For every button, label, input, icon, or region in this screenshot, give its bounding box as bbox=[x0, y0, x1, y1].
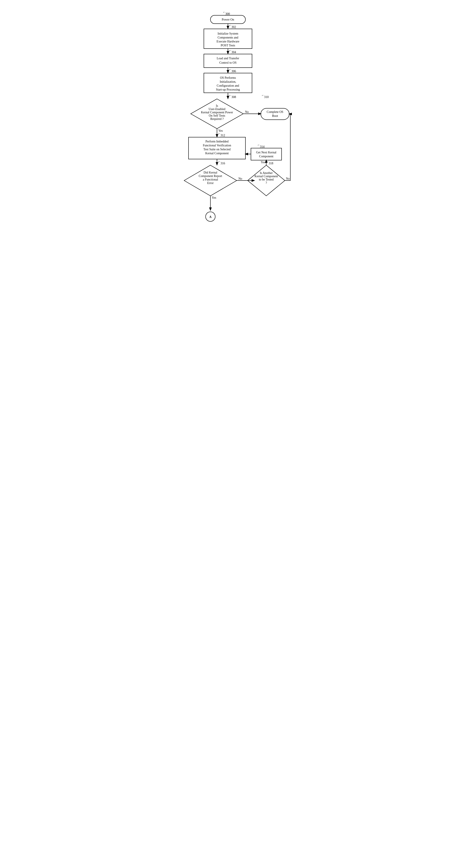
step318-line2: Kernal Component bbox=[255, 175, 278, 178]
arrow-318-no bbox=[285, 114, 290, 181]
svg-text:⌐: ⌐ bbox=[266, 160, 268, 163]
svg-text:⌐: ⌐ bbox=[229, 94, 231, 97]
step316-line3: a Functional bbox=[203, 178, 218, 181]
terminal-a-label: A bbox=[209, 215, 212, 219]
svg-text:⌐: ⌐ bbox=[229, 68, 231, 71]
svg-text:⌐: ⌐ bbox=[218, 132, 220, 135]
step308-line1: Is bbox=[216, 104, 218, 107]
step314-node bbox=[251, 148, 282, 160]
step306-line2: Initialization, bbox=[219, 80, 236, 83]
step316-line1: Did Kernal bbox=[204, 171, 217, 174]
svg-text:⌐: ⌐ bbox=[229, 24, 231, 27]
ref-302: 302 bbox=[231, 25, 236, 29]
step308-line3: Kernal Component Power bbox=[201, 111, 233, 114]
step304-node bbox=[204, 54, 252, 68]
flowchart-diagram: 300 ⌐ Power On 302 ⌐ Initialize System C… bbox=[175, 4, 294, 233]
svg-text:⌐: ⌐ bbox=[229, 49, 231, 52]
step318-line3: to be Tested bbox=[259, 178, 273, 181]
step316-line4: Error bbox=[207, 181, 214, 185]
step312-line1: Perform Imbedded bbox=[205, 140, 228, 143]
step302-line4: POST Tests bbox=[221, 44, 235, 47]
ref-306: 306 bbox=[231, 69, 236, 73]
ref-314: 314 bbox=[260, 145, 264, 148]
yes-label-318: Yes bbox=[261, 161, 265, 164]
step302-line2: Components and bbox=[217, 36, 238, 39]
step306-line3: Configuration and bbox=[217, 84, 239, 87]
ref-310: 310 bbox=[264, 95, 269, 99]
step310-line1: Complete OS bbox=[267, 110, 283, 114]
step306-line4: Start-up Processing bbox=[216, 88, 240, 91]
ref-304: 304 bbox=[231, 51, 236, 54]
step310-node bbox=[261, 108, 289, 120]
step302-line1: Initialize System bbox=[217, 32, 238, 35]
step316-line2: Component Report bbox=[199, 175, 222, 178]
step314-line2: Component bbox=[259, 155, 273, 158]
step312-line3: Test Suite on Selected bbox=[203, 148, 231, 151]
no-label-318: No bbox=[286, 177, 290, 180]
step304-line2: Control to OS bbox=[219, 61, 237, 64]
ref-316: 316 bbox=[221, 162, 225, 165]
ref-308: 308 bbox=[231, 95, 236, 99]
no-label-316: No bbox=[238, 177, 242, 180]
step308-line4: On Self Tests bbox=[209, 114, 225, 117]
ref-312: 312 bbox=[221, 134, 225, 137]
step304-line1: Load and Transfer bbox=[217, 57, 239, 60]
step318-line1: Is Another bbox=[260, 171, 273, 175]
step318-line4: ? bbox=[266, 181, 267, 184]
step308-line2: User-Enabled bbox=[209, 107, 226, 111]
svg-text:⌐: ⌐ bbox=[223, 10, 225, 14]
ref-318: 318 bbox=[269, 162, 273, 165]
no-label-308: No bbox=[245, 110, 249, 114]
step310-line2: Boot bbox=[272, 114, 278, 118]
step312-line2: Functional Verification bbox=[203, 144, 231, 147]
svg-text:⌐: ⌐ bbox=[218, 160, 220, 163]
step312-line4: Kernal Component bbox=[205, 152, 229, 155]
yes-label-316: Yes bbox=[212, 196, 216, 199]
svg-text:⌐: ⌐ bbox=[262, 94, 264, 97]
power-on-label: Power On bbox=[222, 18, 234, 21]
svg-text:⌐: ⌐ bbox=[258, 143, 260, 147]
step308-line5: Required ? bbox=[210, 117, 224, 121]
step314-line1: Get Next Kernal bbox=[256, 151, 276, 154]
ref-300: 300 bbox=[225, 12, 230, 16]
step302-line3: Execute Hardware bbox=[216, 40, 239, 43]
step306-line1: OS Performs bbox=[220, 76, 236, 80]
